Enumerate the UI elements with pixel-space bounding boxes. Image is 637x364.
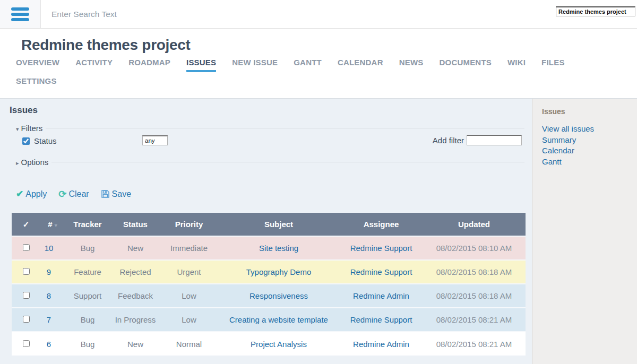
filters-legend-label: Filters xyxy=(21,124,43,133)
issue-id-link[interactable]: 6 xyxy=(47,340,51,349)
add-filter-label: Add filter xyxy=(433,136,464,145)
issue-id-link[interactable]: 10 xyxy=(45,244,54,253)
issues-heading: Issues xyxy=(10,105,524,116)
assignee-link[interactable]: Redmine Support xyxy=(350,315,412,324)
clear-button[interactable]: ⟳ Clear xyxy=(58,189,89,199)
issue-row: 10 Bug New Immediate Site testing Redmin… xyxy=(12,236,526,260)
add-filter-group: Add filter xyxy=(433,135,522,145)
sidebar-link-summary[interactable]: Summary xyxy=(542,135,637,146)
status-cell: Rejected xyxy=(110,260,160,284)
tab-news[interactable]: NEWS xyxy=(399,58,424,72)
tab-issues[interactable]: ISSUES xyxy=(186,58,216,72)
row-select-cell xyxy=(12,260,40,284)
save-button[interactable]: Save xyxy=(101,189,131,199)
subject-link[interactable]: Responsiveness xyxy=(249,291,308,300)
updated-cell: 08/02/2015 08:21 AM xyxy=(423,308,526,332)
select-all-check-icon: ✓ xyxy=(23,220,30,229)
project-header: Redmine themes project OVERVIEW ACTIVITY… xyxy=(0,29,637,98)
tracker-cell: Support xyxy=(65,284,110,308)
column-header-tracker[interactable]: Tracker xyxy=(65,213,110,236)
content-area: Issues ▾Filters Status any Add filter ▸O… xyxy=(0,98,637,364)
issue-row: 8 Support Feedback Low Responsiveness Re… xyxy=(12,284,526,308)
column-header-assignee[interactable]: Assignee xyxy=(340,213,423,236)
tab-files[interactable]: FILES xyxy=(541,58,565,72)
tab-documents[interactable]: DOCUMENTS xyxy=(440,58,492,72)
column-header-subject[interactable]: Subject xyxy=(218,213,340,236)
row-select-cell xyxy=(12,332,40,356)
main-panel: Issues ▾Filters Status any Add filter ▸O… xyxy=(0,99,532,364)
subject-link[interactable]: Site testing xyxy=(259,244,298,253)
sidebar-links: View all issues Summary Calendar Gantt xyxy=(542,124,637,167)
tab-settings[interactable]: SETTINGS xyxy=(16,76,57,89)
tab-activity[interactable]: ACTIVITY xyxy=(75,58,113,72)
filters-legend-toggle[interactable]: ▾Filters xyxy=(13,124,46,133)
tab-roadmap[interactable]: ROADMAP xyxy=(128,58,170,72)
subject-link[interactable]: Typography Demo xyxy=(246,267,312,276)
filter-actions: ✔ Apply ⟳ Clear Save xyxy=(16,188,524,200)
row-select-cell xyxy=(12,308,40,332)
top-bar: Redmine themes project xyxy=(0,0,637,29)
updated-cell: 08/02/2015 08:21 AM xyxy=(423,332,526,356)
assignee-link[interactable]: Redmine Support xyxy=(350,267,412,276)
sidebar-link-gantt[interactable]: Gantt xyxy=(542,157,637,168)
column-header-priority[interactable]: Priority xyxy=(160,213,218,236)
issue-id-link[interactable]: 8 xyxy=(47,291,51,300)
issue-row: 6 Bug New Normal Project Analysis Redmin… xyxy=(12,332,526,356)
select-all-header[interactable]: ✓ xyxy=(12,213,40,236)
tracker-cell: Feature xyxy=(65,260,110,284)
clear-refresh-icon: ⟳ xyxy=(58,190,66,198)
priority-cell: Urgent xyxy=(160,260,218,284)
assignee-link[interactable]: Redmine Admin xyxy=(353,291,409,300)
row-select-cell xyxy=(12,284,40,308)
tabs-row-2: SETTINGS xyxy=(16,76,637,89)
tab-calendar[interactable]: CALENDAR xyxy=(338,58,383,72)
sidebar-heading: Issues xyxy=(542,107,637,116)
issue-row: 9 Feature Rejected Urgent Typography Dem… xyxy=(12,260,526,284)
assignee-link[interactable]: Redmine Support xyxy=(350,244,412,253)
row-checkbox[interactable] xyxy=(23,292,30,299)
issue-id-link[interactable]: 9 xyxy=(47,267,51,276)
tab-new-issue[interactable]: NEW ISSUE xyxy=(232,58,278,72)
row-checkbox[interactable] xyxy=(23,268,30,275)
issue-row: 7 Bug In Progress Low Creating a website… xyxy=(12,308,526,332)
tab-overview[interactable]: OVERVIEW xyxy=(16,58,59,72)
updated-cell: 08/02/2015 08:18 AM xyxy=(423,284,526,308)
status-filter-label: Status xyxy=(34,136,57,145)
sidebar-link-calendar[interactable]: Calendar xyxy=(542,145,637,157)
issue-id-link[interactable]: 7 xyxy=(47,315,51,324)
sidebar-link-view-all-issues[interactable]: View all issues xyxy=(542,124,637,135)
expand-triangle-icon: ▸ xyxy=(16,160,19,166)
status-filter-row: Status any Add filter xyxy=(15,135,524,151)
priority-cell: Normal xyxy=(160,332,218,356)
assignee-link[interactable]: Redmine Admin xyxy=(353,340,409,349)
row-checkbox[interactable] xyxy=(23,340,30,347)
row-checkbox[interactable] xyxy=(23,316,30,323)
tab-wiki[interactable]: WIKI xyxy=(507,58,526,72)
search-input[interactable] xyxy=(41,0,637,28)
status-filter-checkbox[interactable] xyxy=(22,137,30,145)
issues-table: ✓ #▾ Tracker Status Priority Subject Ass… xyxy=(12,213,526,356)
sort-desc-icon: ▾ xyxy=(55,222,57,228)
column-header-status[interactable]: Status xyxy=(110,213,160,236)
tab-gantt[interactable]: GANTT xyxy=(294,58,322,72)
priority-cell: Low xyxy=(160,308,218,332)
row-checkbox[interactable] xyxy=(23,244,30,251)
table-header-row: ✓ #▾ Tracker Status Priority Subject Ass… xyxy=(12,213,526,236)
save-label: Save xyxy=(112,189,131,199)
filters-fieldset: ▾Filters Status any Add filter xyxy=(15,128,524,151)
hamburger-menu-button[interactable] xyxy=(0,0,41,28)
updated-cell: 08/02/2015 08:18 AM xyxy=(423,260,526,284)
column-header-updated[interactable]: Updated xyxy=(423,213,526,236)
options-legend-toggle[interactable]: ▸Options xyxy=(13,158,51,167)
subject-link[interactable]: Project Analysis xyxy=(251,340,307,349)
updated-cell: 08/02/2015 08:10 AM xyxy=(423,236,526,260)
apply-button[interactable]: ✔ Apply xyxy=(16,188,47,200)
add-filter-select[interactable] xyxy=(467,135,522,145)
hamburger-icon xyxy=(11,7,29,21)
column-header-id[interactable]: #▾ xyxy=(40,213,65,236)
tabs-row-1: OVERVIEW ACTIVITY ROADMAP ISSUES NEW ISS… xyxy=(16,58,637,72)
status-cell: In Progress xyxy=(110,308,160,332)
project-jump-select[interactable]: Redmine themes project xyxy=(556,6,635,16)
status-operator-select[interactable]: any xyxy=(142,135,168,145)
subject-link[interactable]: Creating a website template xyxy=(229,315,328,324)
